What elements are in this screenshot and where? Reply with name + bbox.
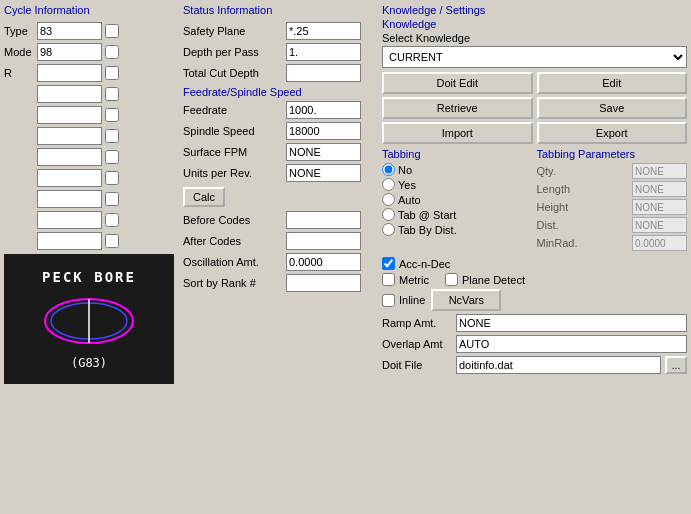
feedrate-input[interactable]	[286, 101, 361, 119]
type-input[interactable]	[37, 22, 102, 40]
height-input[interactable]	[632, 199, 687, 215]
retrieve-button[interactable]: Retrieve	[382, 97, 533, 119]
minrad-label: MinRad.	[537, 237, 585, 249]
overlap-amt-input[interactable]	[456, 335, 687, 353]
plane-detect-checkbox[interactable]	[445, 273, 458, 286]
peck-bore-sub-text: (G83)	[71, 356, 107, 370]
tab-no-radio[interactable]	[382, 163, 395, 176]
r-label: R	[4, 67, 34, 79]
export-button[interactable]: Export	[537, 122, 688, 144]
units-per-rev-input[interactable]	[286, 164, 361, 182]
metric-checkbox[interactable]	[382, 273, 395, 286]
tab-no-label: No	[398, 164, 412, 176]
tab-by-dist-radio[interactable]	[382, 223, 395, 236]
save-button[interactable]: Save	[537, 97, 688, 119]
extra-checkbox-6[interactable]	[105, 192, 119, 206]
depth-per-pass-input[interactable]	[286, 43, 361, 61]
extra-checkbox-1[interactable]	[105, 87, 119, 101]
qty-input[interactable]	[632, 163, 687, 179]
inline-checkbox[interactable]	[382, 294, 395, 307]
feedrate-spindle-title: Feedrate/Spindle Speed	[183, 86, 378, 98]
mode-label: Mode	[4, 46, 34, 58]
spindle-speed-input[interactable]	[286, 122, 361, 140]
doit-edit-button[interactable]: Doit Edit	[382, 72, 533, 94]
extra-input-2[interactable]	[37, 106, 102, 124]
feedrate-label: Feedrate	[183, 104, 283, 116]
extra-checkbox-2[interactable]	[105, 108, 119, 122]
extra-checkbox-4[interactable]	[105, 150, 119, 164]
safety-plane-input[interactable]	[286, 22, 361, 40]
height-label: Height	[537, 201, 585, 213]
sort-by-rank-label: Sort by Rank #	[183, 277, 283, 289]
length-input[interactable]	[632, 181, 687, 197]
ramp-amt-label: Ramp Amt.	[382, 317, 452, 329]
doit-file-browse-button[interactable]: ...	[665, 356, 687, 374]
doit-file-label: Doit File	[382, 359, 452, 371]
extra-input-8[interactable]	[37, 232, 102, 250]
cycle-info-title: Cycle Information	[4, 4, 179, 16]
knowledge-settings-title: Knowledge / Settings	[382, 4, 687, 16]
acc-n-dec-checkbox[interactable]	[382, 257, 395, 270]
tabbing-title: Tabbing	[382, 148, 533, 160]
surface-fpm-label: Surface FPM	[183, 146, 283, 158]
ellipse-container	[39, 291, 139, 346]
select-knowledge-label: Select Knowledge	[382, 32, 687, 44]
dist-label: Dist.	[537, 219, 585, 231]
tabbing-params-title: Tabbing Parameters	[537, 148, 688, 160]
acc-n-dec-label: Acc-n-Dec	[399, 258, 450, 270]
type-checkbox[interactable]	[105, 24, 119, 38]
units-per-rev-label: Units per Rev.	[183, 167, 283, 179]
tab-at-start-label: Tab @ Start	[398, 209, 456, 221]
extra-checkbox-3[interactable]	[105, 129, 119, 143]
extra-input-1[interactable]	[37, 85, 102, 103]
tab-at-start-radio[interactable]	[382, 208, 395, 221]
knowledge-sub-title: Knowledge	[382, 18, 687, 30]
peck-bore-image: PECK BORE (G83)	[4, 254, 174, 384]
oscillation-amt-label: Oscillation Amt.	[183, 256, 283, 268]
ncvars-button[interactable]: NcVars	[431, 289, 501, 311]
tab-by-dist-label: Tab By Dist.	[398, 224, 457, 236]
extra-checkbox-5[interactable]	[105, 171, 119, 185]
plane-detect-label: Plane Detect	[462, 274, 525, 286]
inline-label: Inline	[399, 294, 425, 306]
before-codes-label: Before Codes	[183, 214, 283, 226]
spindle-speed-label: Spindle Speed	[183, 125, 283, 137]
qty-label: Qty.	[537, 165, 585, 177]
extra-input-6[interactable]	[37, 190, 102, 208]
peck-bore-title-text: PECK BORE	[42, 269, 136, 285]
extra-input-5[interactable]	[37, 169, 102, 187]
extra-input-4[interactable]	[37, 148, 102, 166]
doit-file-input[interactable]	[456, 356, 661, 374]
tab-yes-label: Yes	[398, 179, 416, 191]
extra-input-3[interactable]	[37, 127, 102, 145]
tab-auto-radio[interactable]	[382, 193, 395, 206]
depth-per-pass-label: Depth per Pass	[183, 46, 283, 58]
minrad-input[interactable]	[632, 235, 687, 251]
after-codes-label: After Codes	[183, 235, 283, 247]
sort-by-rank-input[interactable]	[286, 274, 361, 292]
calc-button[interactable]: Calc	[183, 187, 225, 207]
mode-checkbox[interactable]	[105, 45, 119, 59]
extra-checkbox-7[interactable]	[105, 213, 119, 227]
tab-auto-label: Auto	[398, 194, 421, 206]
extra-checkbox-8[interactable]	[105, 234, 119, 248]
mode-input[interactable]	[37, 43, 102, 61]
ramp-amt-input[interactable]	[456, 314, 687, 332]
import-button[interactable]: Import	[382, 122, 533, 144]
surface-fpm-input[interactable]	[286, 143, 361, 161]
after-codes-input[interactable]	[286, 232, 361, 250]
overlap-amt-label: Overlap Amt	[382, 338, 452, 350]
edit-button[interactable]: Edit	[537, 72, 688, 94]
total-cut-depth-input[interactable]	[286, 64, 361, 82]
r-input[interactable]	[37, 64, 102, 82]
tab-yes-radio[interactable]	[382, 178, 395, 191]
status-info-title: Status Information	[183, 4, 378, 16]
dist-input[interactable]	[632, 217, 687, 233]
extra-input-7[interactable]	[37, 211, 102, 229]
knowledge-select[interactable]: CURRENT	[382, 46, 687, 68]
before-codes-input[interactable]	[286, 211, 361, 229]
oscillation-amt-input[interactable]	[286, 253, 361, 271]
r-checkbox[interactable]	[105, 66, 119, 80]
total-cut-depth-label: Total Cut Depth	[183, 67, 283, 79]
metric-label: Metric	[399, 274, 429, 286]
